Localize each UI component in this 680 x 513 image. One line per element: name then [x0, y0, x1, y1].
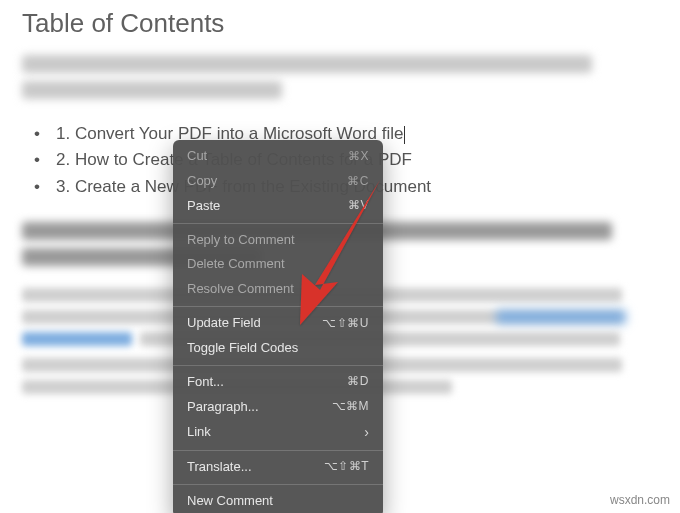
menu-separator — [173, 450, 383, 451]
toc-title: Table of Contents — [22, 8, 658, 39]
watermark: wsxdn.com — [610, 493, 670, 507]
menu-paste[interactable]: Paste⌘V — [173, 194, 383, 219]
menu-resolve-comment: Resolve Comment — [173, 277, 383, 302]
menu-separator — [173, 365, 383, 366]
blurred-heading-line — [22, 55, 592, 73]
menu-update-field[interactable]: Update Field⌥⇧⌘U — [173, 311, 383, 336]
chevron-right-icon: › — [364, 422, 369, 442]
menu-separator — [173, 223, 383, 224]
menu-separator — [173, 484, 383, 485]
menu-new-comment[interactable]: New Comment — [173, 489, 383, 513]
menu-toggle-field-codes[interactable]: Toggle Field Codes — [173, 336, 383, 361]
text-cursor — [404, 126, 405, 144]
menu-link[interactable]: Link› — [173, 419, 383, 445]
context-menu: Cut⌘X Copy⌘C Paste⌘V Reply to Comment De… — [173, 140, 383, 513]
menu-translate[interactable]: Translate...⌥⇧⌘T — [173, 455, 383, 480]
menu-paragraph[interactable]: Paragraph...⌥⌘M — [173, 395, 383, 420]
menu-reply-comment: Reply to Comment — [173, 228, 383, 253]
menu-delete-comment: Delete Comment — [173, 252, 383, 277]
menu-font[interactable]: Font...⌘D — [173, 370, 383, 395]
menu-cut: Cut⌘X — [173, 144, 383, 169]
blurred-heading-line — [22, 81, 282, 99]
menu-copy: Copy⌘C — [173, 169, 383, 194]
menu-separator — [173, 306, 383, 307]
